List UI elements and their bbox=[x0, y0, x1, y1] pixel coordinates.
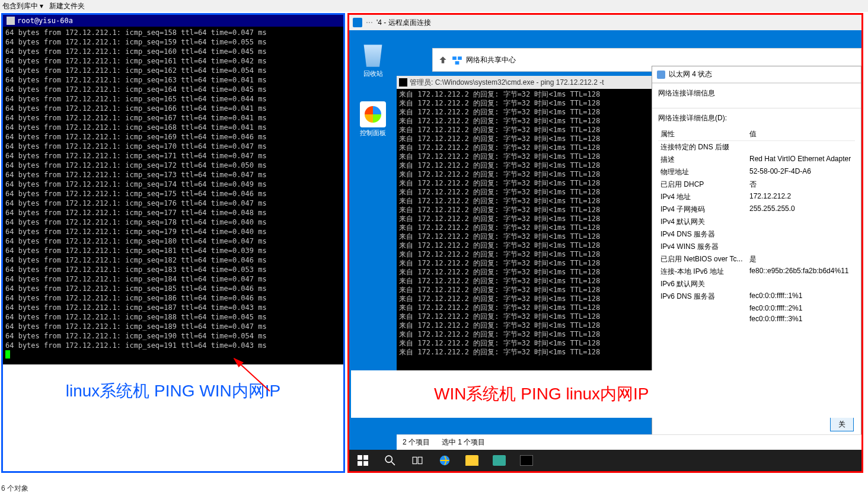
table-row: IPv6 默认网关 bbox=[658, 278, 855, 290]
table-row: fec0:0:0:ffff::2%1 bbox=[658, 303, 855, 313]
status-item-count: 2 个项目 bbox=[403, 437, 430, 447]
cmd-taskbar-icon[interactable] bbox=[513, 450, 540, 471]
prop-value: 是 bbox=[747, 253, 855, 265]
table-row: IPv4 WINS 服务器 bbox=[658, 241, 855, 253]
table-row: 连接-本地 IPv6 地址fe80::e95b:26b5:fa2b:b6d4%1… bbox=[658, 265, 855, 278]
rdp-titlebar[interactable]: ⋯ '4 - 远程桌面连接 bbox=[349, 15, 861, 30]
cpanel-label: 控制面板 bbox=[355, 129, 391, 137]
close-button[interactable]: 关 bbox=[830, 417, 854, 431]
new-folder-button[interactable]: 新建文件夹 bbox=[49, 1, 85, 11]
prop-value bbox=[747, 141, 855, 154]
netstatus-detail-prompt: 网络连接详细信息(D): bbox=[658, 113, 855, 123]
recycle-label: 回收站 bbox=[355, 69, 391, 78]
rdp-title-text: '4 - 远程桌面连接 bbox=[376, 18, 431, 28]
network-details-table: 属性 值 连接特定的 DNS 后缀描述Red Hat VirtIO Ethern… bbox=[658, 128, 855, 324]
svg-rect-5 bbox=[358, 455, 362, 460]
prop-name: IPv4 地址 bbox=[658, 191, 747, 203]
status-selected-count: 选中 1 个项目 bbox=[442, 437, 485, 447]
table-row: 描述Red Hat VirtIO Ethernet Adapter bbox=[658, 153, 855, 166]
prop-name: 连接特定的 DNS 后缀 bbox=[658, 141, 747, 154]
col-property: 属性 bbox=[658, 128, 747, 141]
table-row: 物理地址52-58-00-2F-4D-A6 bbox=[658, 166, 855, 178]
netstatus-section-label: 网络连接详细信息 bbox=[658, 88, 855, 98]
svg-rect-3 bbox=[455, 61, 459, 65]
table-row: IPv6 DNS 服务器fec0:0:0:ffff::1%1 bbox=[658, 290, 855, 303]
recycle-icon bbox=[360, 42, 386, 68]
prop-value: fec0:0:0:ffff::2%1 bbox=[747, 303, 855, 313]
svg-rect-11 bbox=[413, 457, 417, 463]
table-row: IPv4 默认网关 bbox=[658, 216, 855, 228]
ie-taskbar-icon[interactable] bbox=[431, 450, 458, 471]
prop-value bbox=[747, 216, 855, 228]
windows-taskbar[interactable] bbox=[349, 450, 861, 471]
svg-rect-8 bbox=[363, 461, 368, 466]
rdp-icon bbox=[353, 18, 362, 27]
ethernet-status-title-text: 以太网 4 状态 bbox=[669, 69, 712, 79]
table-row: IPv4 DNS 服务器 bbox=[658, 228, 855, 241]
prop-name: IPv6 DNS 服务器 bbox=[658, 290, 747, 303]
putty-title-text: root@yisu-60a bbox=[17, 17, 73, 25]
svg-line-10 bbox=[391, 462, 395, 465]
task-view-button[interactable] bbox=[404, 450, 431, 471]
svg-rect-12 bbox=[418, 457, 422, 463]
prop-value: 52-58-00-2F-4D-A6 bbox=[747, 166, 855, 178]
table-row: fec0:0:0:ffff::3%1 bbox=[658, 313, 855, 324]
cmd-title-text: 管理员: C:\Windows\system32\cmd.exe - ping … bbox=[410, 78, 604, 88]
prop-value: fe80::e95b:26b5:fa2b:b6d4%11 bbox=[747, 265, 855, 278]
explorer-statusbar: 2 个项目 选中 1 个项目 bbox=[397, 434, 861, 450]
table-row: IPv4 地址172.12.212.2 bbox=[658, 191, 855, 203]
prop-value: Red Hat VirtIO Ethernet Adapter bbox=[747, 153, 855, 166]
cmd-icon bbox=[399, 78, 407, 87]
prop-name: IPv4 默认网关 bbox=[658, 216, 747, 228]
svg-rect-7 bbox=[358, 461, 362, 466]
putty-icon bbox=[7, 17, 15, 25]
prop-value bbox=[747, 228, 855, 241]
prop-name: 已启用 NetBIOS over Tc... bbox=[658, 253, 747, 265]
network-center-icon bbox=[452, 55, 462, 65]
svg-rect-2 bbox=[458, 56, 462, 60]
svg-rect-6 bbox=[363, 455, 368, 460]
prop-name: IPv4 DNS 服务器 bbox=[658, 228, 747, 241]
host-statusbar-text: 6 个对象 bbox=[1, 484, 28, 494]
include-in-library-menu[interactable]: 包含到库中 ▾ bbox=[2, 1, 43, 11]
start-button[interactable] bbox=[349, 450, 376, 471]
cmd-output: 来自 172.12.212.2 的回复: 字节=32 时间<1ms TTL=12… bbox=[397, 89, 652, 358]
svg-rect-1 bbox=[452, 56, 457, 60]
col-value: 值 bbox=[747, 128, 855, 141]
cmd-titlebar[interactable]: 管理员: C:\Windows\system32\cmd.exe - ping … bbox=[397, 76, 652, 89]
prop-value bbox=[747, 241, 855, 253]
recycle-bin-icon[interactable]: 回收站 bbox=[355, 42, 391, 78]
prop-value: fec0:0:0:ffff::3%1 bbox=[747, 313, 855, 324]
prop-name bbox=[658, 313, 747, 324]
table-row: 已启用 NetBIOS over Tc...是 bbox=[658, 253, 855, 265]
prop-value: 172.12.212.2 bbox=[747, 191, 855, 203]
linux-ping-panel: root@yisu-60a 64 bytes from 172.12.212.1… bbox=[1, 13, 345, 473]
cpanel-icon bbox=[360, 101, 386, 127]
ethernet-icon bbox=[657, 71, 665, 79]
server-manager-taskbar-icon[interactable] bbox=[486, 450, 513, 471]
windows-ping-panel: ⋯ '4 - 远程桌面连接 回收站 控制面板 网络和共享中心 bbox=[347, 13, 863, 473]
prop-name: 描述 bbox=[658, 153, 747, 166]
cmd-window[interactable]: 管理员: C:\Windows\system32\cmd.exe - ping … bbox=[397, 76, 652, 384]
putty-titlebar[interactable]: root@yisu-60a bbox=[3, 15, 343, 27]
prop-value: fec0:0:0:ffff::1%1 bbox=[747, 290, 855, 303]
search-button[interactable] bbox=[376, 450, 404, 471]
prop-value bbox=[747, 278, 855, 290]
control-panel-icon[interactable]: 控制面板 bbox=[355, 101, 391, 137]
ethernet-status-titlebar[interactable]: 以太网 4 状态 bbox=[652, 66, 861, 83]
prop-value: 255.255.255.0 bbox=[747, 203, 855, 216]
svg-point-9 bbox=[385, 456, 392, 462]
prop-name bbox=[658, 303, 747, 313]
table-row: IPv4 子网掩码255.255.255.0 bbox=[658, 203, 855, 216]
up-arrow-icon[interactable] bbox=[438, 55, 448, 65]
explorer-taskbar-icon[interactable] bbox=[458, 450, 486, 471]
putty-terminal[interactable]: 64 bytes from 172.12.212.1: icmp_seq=158… bbox=[3, 27, 343, 364]
prop-name: IPv4 WINS 服务器 bbox=[658, 241, 747, 253]
explorer-location-text: 网络和共享中心 bbox=[466, 55, 516, 65]
prop-name: IPv6 默认网关 bbox=[658, 278, 747, 290]
left-caption-label: linux系统机 PING WIN内网IP bbox=[3, 364, 343, 418]
prop-value: 否 bbox=[747, 178, 855, 191]
prop-name: 已启用 DHCP bbox=[658, 178, 747, 191]
prop-name: 物理地址 bbox=[658, 166, 747, 178]
prop-name: 连接-本地 IPv6 地址 bbox=[658, 265, 747, 278]
